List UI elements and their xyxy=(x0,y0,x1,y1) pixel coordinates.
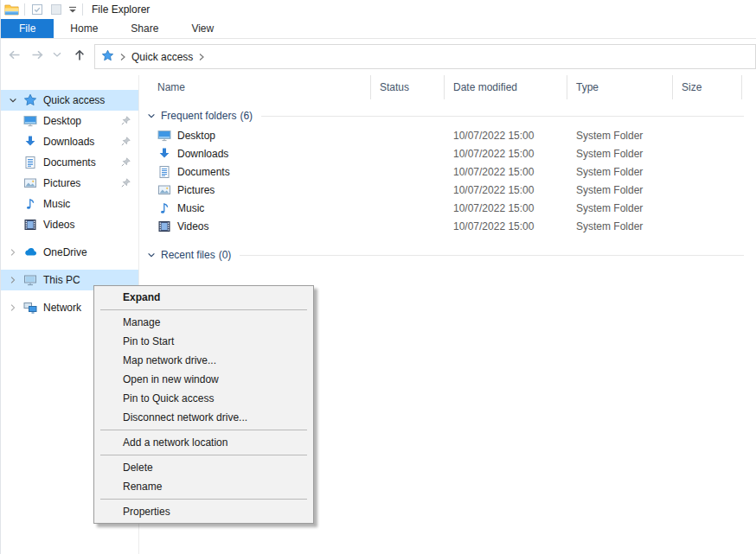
sidebar-item-label: OneDrive xyxy=(43,246,87,258)
sidebar-item-onedrive[interactable]: OneDrive xyxy=(1,242,138,263)
tab-view[interactable]: View xyxy=(175,19,230,38)
pin-icon xyxy=(120,115,131,126)
computer-icon xyxy=(23,273,37,287)
sidebar-item-label: This PC xyxy=(43,274,80,286)
file-row-music[interactable]: Music 10/07/2022 15:00 System Folder xyxy=(140,199,756,217)
forward-button[interactable] xyxy=(29,48,46,62)
chevron-down-icon[interactable] xyxy=(146,111,157,121)
column-header-status[interactable]: Status xyxy=(371,75,445,99)
section-count: (0) xyxy=(219,249,232,261)
desktop-icon xyxy=(157,129,171,143)
documents-icon xyxy=(157,165,171,179)
chevron-right-icon[interactable] xyxy=(8,275,18,285)
up-button[interactable] xyxy=(72,48,87,62)
menu-item-open-in-new-window[interactable]: Open in new window xyxy=(94,370,313,389)
section-count: (6) xyxy=(240,110,253,122)
section-rule xyxy=(261,116,744,117)
menu-item-pin-to-quick-access[interactable]: Pin to Quick access xyxy=(94,389,313,408)
sidebar-item-label: Music xyxy=(43,198,70,210)
window-title: File Explorer xyxy=(92,3,150,16)
sidebar-item-quick-access[interactable]: Quick access xyxy=(1,90,138,111)
file-date-modified: 10/07/2022 15:00 xyxy=(445,148,567,160)
menu-separator xyxy=(100,455,307,455)
star-icon xyxy=(23,93,37,107)
documents-icon xyxy=(23,156,37,169)
back-button[interactable] xyxy=(6,48,22,62)
sidebar-item-pictures[interactable]: Pictures xyxy=(1,173,138,194)
file-type: System Folder xyxy=(567,220,673,232)
file-row-videos[interactable]: Videos 10/07/2022 15:00 System Folder xyxy=(140,217,756,235)
menu-item-properties[interactable]: Properties xyxy=(94,502,313,521)
videos-icon xyxy=(157,220,171,233)
column-header-type[interactable]: Type xyxy=(567,75,673,99)
music-icon xyxy=(23,197,37,211)
chevron-down-icon[interactable] xyxy=(8,95,18,105)
tab-share[interactable]: Share xyxy=(114,19,175,38)
menu-item-add-a-network-location[interactable]: Add a network location xyxy=(94,433,313,452)
file-type: System Folder xyxy=(567,166,673,178)
tab-home[interactable]: Home xyxy=(54,19,114,38)
chevron-down-icon[interactable] xyxy=(146,250,157,260)
column-header-size[interactable]: Size xyxy=(673,75,742,99)
menu-separator xyxy=(100,430,307,430)
menu-item-manage[interactable]: Manage xyxy=(94,313,313,332)
quick-access-star-icon xyxy=(101,49,114,65)
breadcrumb-segment[interactable]: Quick access xyxy=(131,51,193,63)
menu-item-pin-to-start[interactable]: Pin to Start xyxy=(94,332,313,351)
downloads-icon xyxy=(23,135,37,149)
file-date-modified: 10/07/2022 15:00 xyxy=(445,202,567,214)
section-frequent-folders[interactable]: Frequent folders (6) xyxy=(140,105,756,126)
quick-toolbar-properties-icon[interactable] xyxy=(30,3,44,16)
menu-item-rename[interactable]: Rename xyxy=(94,477,313,496)
file-date-modified: 10/07/2022 15:00 xyxy=(445,184,567,196)
chevron-right-icon[interactable] xyxy=(8,247,18,258)
file-name: Pictures xyxy=(177,184,215,196)
file-date-modified: 10/07/2022 15:00 xyxy=(445,130,567,142)
breadcrumb-chevron-icon[interactable] xyxy=(119,53,126,61)
file-name: Desktop xyxy=(177,130,215,142)
sidebar-item-downloads[interactable]: Downloads xyxy=(1,131,138,152)
sidebar-item-desktop[interactable]: Desktop xyxy=(1,111,138,131)
quick-toolbar-newfolder-icon[interactable] xyxy=(49,3,63,16)
file-name: Downloads xyxy=(177,148,228,160)
column-header-name[interactable]: Name xyxy=(140,75,371,99)
file-row-downloads[interactable]: Downloads 10/07/2022 15:00 System Folder xyxy=(140,144,756,162)
sidebar-item-documents[interactable]: Documents xyxy=(1,152,138,173)
sidebar-item-label: Quick access xyxy=(43,94,105,106)
section-title: Recent files xyxy=(161,249,215,261)
ribbon-tab-bar: File Home Share View xyxy=(1,19,756,39)
desktop-icon xyxy=(23,114,37,128)
menu-item-map-network-drive[interactable]: Map network drive... xyxy=(94,351,313,370)
file-row-desktop[interactable]: Desktop 10/07/2022 15:00 System Folder xyxy=(140,126,756,144)
pin-icon xyxy=(120,177,131,188)
sidebar-item-label: Videos xyxy=(43,219,74,231)
file-type: System Folder xyxy=(567,130,673,142)
this-pc-context-menu: Expand Manage Pin to Start Map network d… xyxy=(93,285,314,524)
recent-locations-chevron-icon[interactable] xyxy=(53,52,61,58)
tab-file[interactable]: File xyxy=(1,19,54,38)
address-bar[interactable]: Quick access xyxy=(94,44,756,69)
file-row-documents[interactable]: Documents 10/07/2022 15:00 System Folder xyxy=(140,162,756,181)
navigation-toolbar: Quick access xyxy=(1,39,756,74)
breadcrumb-chevron-icon[interactable] xyxy=(198,53,205,61)
file-type: System Folder xyxy=(567,184,673,196)
file-name: Videos xyxy=(177,220,208,232)
menu-item-delete[interactable]: Delete xyxy=(94,458,313,477)
file-explorer-logo-icon xyxy=(4,3,19,17)
file-date-modified: 10/07/2022 15:00 xyxy=(445,220,567,232)
sidebar-item-videos[interactable]: Videos xyxy=(1,214,138,235)
onedrive-icon xyxy=(23,245,37,259)
column-header-date-modified[interactable]: Date modified xyxy=(445,75,567,99)
sidebar-item-label: Network xyxy=(43,302,81,314)
customize-toolbar-chevron-icon[interactable] xyxy=(68,6,77,14)
menu-item-expand[interactable]: Expand xyxy=(94,288,313,307)
menu-item-disconnect-network-drive[interactable]: Disconnect network drive... xyxy=(94,408,313,427)
chevron-right-icon[interactable] xyxy=(8,302,18,313)
sidebar-item-music[interactable]: Music xyxy=(1,194,138,214)
section-recent-files[interactable]: Recent files (0) xyxy=(140,245,756,265)
pin-icon xyxy=(120,156,131,168)
file-row-pictures[interactable]: Pictures 10/07/2022 15:00 System Folder xyxy=(140,181,756,199)
pictures-icon xyxy=(23,176,37,190)
column-header-row: Name Status Date modified Type Size xyxy=(140,75,756,99)
pictures-icon xyxy=(157,183,171,197)
